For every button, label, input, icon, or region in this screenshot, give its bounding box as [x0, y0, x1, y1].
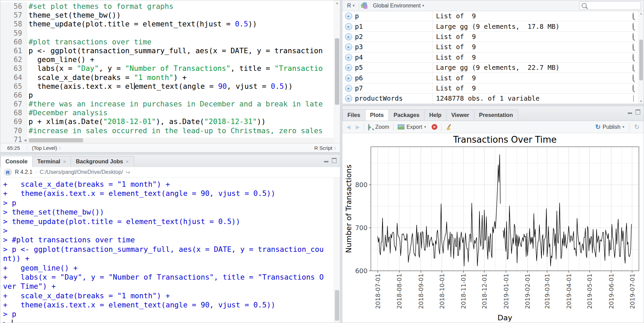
env-row[interactable]: ▸p3List of 9: [342, 42, 639, 52]
tab-help[interactable]: Help: [424, 109, 447, 121]
tab-presentation[interactable]: Presentation: [474, 109, 518, 121]
code-text: #plot transactions over time: [27, 38, 151, 46]
search-input[interactable]: [589, 3, 639, 9]
editor-line[interactable]: 57theme_set(theme_bw()): [0, 11, 334, 20]
inspect-icon[interactable]: [632, 65, 634, 71]
editor-line[interactable]: 62 geom_line() +: [0, 55, 334, 64]
expand-arrow-icon[interactable]: ▸: [345, 85, 352, 92]
editor-line[interactable]: 66p: [0, 91, 334, 100]
search-icon: [582, 3, 587, 8]
tab-viewer[interactable]: Viewer: [446, 109, 474, 121]
minimize-icon[interactable]: [324, 159, 328, 162]
env-row[interactable]: ▸p2List of 9: [342, 32, 639, 42]
svg-text:2019-05-01: 2019-05-01: [586, 274, 593, 309]
editor-line[interactable]: 69p + xlim(as.Date("2018-12-01"), as.Dat…: [0, 117, 334, 126]
tab-console[interactable]: Console: [0, 156, 33, 167]
expand-arrow-icon[interactable]: ▸: [345, 54, 352, 61]
tab-terminal[interactable]: Terminal×: [32, 156, 71, 167]
doc-type-selector[interactable]: R Script ↕: [314, 145, 340, 151]
editor-line[interactable]: 61p <- ggplot(transaction_summary_full, …: [0, 46, 334, 55]
editor-code-area[interactable]: 56#set plot themes to format graphs57the…: [0, 0, 334, 143]
environment-rows: ▸pList of 9▸p1Large gg (9 elements, 17.8…: [342, 11, 639, 104]
env-row[interactable]: ▸p6List of 9: [342, 73, 639, 83]
inspect-icon[interactable]: [632, 44, 634, 50]
inspect-icon[interactable]: [632, 34, 634, 40]
export-button[interactable]: Export ▾: [396, 123, 428, 131]
editor-line[interactable]: 60#plot transactions over time: [0, 38, 334, 46]
environment-vertical-scrollbar[interactable]: ▲ ▼: [638, 11, 644, 104]
inspect-icon[interactable]: [632, 75, 634, 81]
line-number: 67: [0, 100, 27, 108]
publish-button[interactable]: ↻ Publish ▾: [594, 123, 626, 131]
console-vertical-scrollbar[interactable]: [334, 178, 340, 323]
editor-line[interactable]: 59: [0, 29, 334, 38]
clear-plots-button[interactable]: [444, 123, 453, 131]
console-line: nt)) +: [3, 254, 334, 263]
env-row[interactable]: ▸p1Large gg (9 elements, 17.8 MB): [342, 21, 639, 32]
env-row[interactable]: ▸p4List of 9: [342, 53, 639, 63]
editor-line[interactable]: 67#there was an increase in purchases in…: [0, 100, 334, 108]
view-table-icon[interactable]: [633, 96, 634, 102]
refresh-plot-button[interactable]: ↻: [633, 124, 641, 130]
line-number: 58: [0, 20, 27, 28]
editor-line[interactable]: 64 scale_x_date(breaks = "1 month") +: [0, 73, 334, 82]
expand-arrow-icon[interactable]: ▸: [345, 13, 352, 20]
environment-scope-dropdown[interactable]: Global Environment ▾: [371, 2, 426, 9]
tab-packages[interactable]: Packages: [389, 109, 424, 121]
editor-horizontal-scrollbar[interactable]: ◀: [23, 138, 334, 143]
expand-arrow-icon[interactable]: ▸: [345, 64, 352, 71]
editor-line[interactable]: 58theme_update(plot.title = element_text…: [0, 20, 334, 28]
previous-plot-button[interactable]: ◀: [345, 123, 352, 131]
scope-selector[interactable]: (Top Level) ↕: [27, 145, 61, 151]
inspect-icon[interactable]: [632, 13, 634, 19]
scroll-down-icon[interactable]: ▼: [639, 100, 644, 103]
expand-arrow-icon[interactable]: ▸: [345, 75, 352, 82]
expand-arrow-icon[interactable]: ▸: [345, 23, 352, 30]
close-icon[interactable]: ×: [63, 159, 66, 164]
editor-line[interactable]: 70#increase in sales occurred in the lea…: [0, 126, 334, 135]
tab-background-jobs[interactable]: Background Jobs×: [71, 156, 134, 167]
scroll-up-icon[interactable]: ▲: [639, 12, 644, 15]
editor-line[interactable]: 56#set plot themes to format graphs: [0, 2, 334, 11]
tab-files[interactable]: Files: [342, 109, 365, 121]
inspect-icon[interactable]: [632, 23, 634, 29]
env-row[interactable]: ▸p5Large gg (9 elements, 22.7 MB): [342, 63, 639, 73]
console-output[interactable]: + scale_x_date(breaks = "1 month") ++ th…: [0, 178, 334, 323]
expand-arrow-icon[interactable]: ▸: [345, 95, 352, 102]
close-icon[interactable]: ×: [126, 159, 129, 164]
maximize-icon[interactable]: [332, 158, 337, 163]
scrollbar-thumb[interactable]: [639, 40, 643, 80]
svg-text:2019-02-01: 2019-02-01: [524, 274, 531, 309]
env-row[interactable]: ▸productWords1248778 obs. of 1 variable: [342, 94, 639, 104]
editor-lines: 56#set plot themes to format graphs57the…: [0, 2, 334, 143]
chevron-down-icon: ▾: [424, 125, 426, 129]
scroll-left-icon[interactable]: ◀: [23, 138, 27, 143]
goto-directory-icon[interactable]: ↪: [126, 169, 130, 176]
scroll-up-icon[interactable]: ▲: [334, 1, 340, 5]
minimize-icon[interactable]: [628, 110, 632, 114]
environment-pane: R ▾ Global Environment ▾ ▸pList of 9▸p1L…: [342, 0, 644, 104]
env-object-value: List of 9: [432, 83, 630, 93]
chevron-down-icon: ▾: [422, 3, 424, 8]
scrollbar-thumb[interactable]: [29, 138, 83, 142]
environment-search-box[interactable]: [579, 1, 641, 10]
env-row[interactable]: ▸p7List of 9: [342, 83, 639, 94]
inspect-icon[interactable]: [632, 85, 634, 91]
zoom-button[interactable]: + Zoom: [367, 123, 391, 131]
editor-vertical-scrollbar[interactable]: ▲: [334, 0, 340, 143]
expand-arrow-icon[interactable]: ▸: [345, 33, 352, 40]
r-language-dropdown[interactable]: R ▾: [345, 2, 357, 9]
inspect-icon[interactable]: [632, 54, 634, 60]
editor-line[interactable]: 65 theme(axis.text.x = element_text(angl…: [0, 82, 334, 91]
next-plot-button[interactable]: ▶: [355, 123, 361, 131]
editor-line[interactable]: 68#December analysis: [0, 108, 334, 117]
environment-header: R ▾ Global Environment ▾: [342, 0, 644, 11]
expand-arrow-icon[interactable]: ▸: [345, 43, 352, 51]
env-row[interactable]: ▸pList of 9: [342, 11, 639, 21]
scrollbar-thumb[interactable]: [335, 290, 339, 321]
editor-line[interactable]: 63 labs(x = "Day", y = "Number of Transa…: [0, 64, 334, 73]
remove-plot-button[interactable]: ✕: [430, 123, 439, 130]
scrollbar-thumb[interactable]: [335, 38, 339, 105]
tab-plots[interactable]: Plots: [365, 109, 389, 121]
maximize-icon[interactable]: [636, 109, 640, 115]
